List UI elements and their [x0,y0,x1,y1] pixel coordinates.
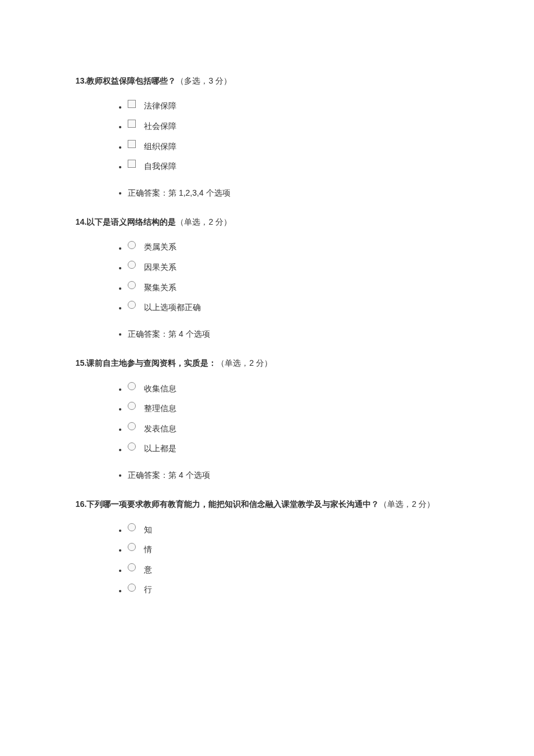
option-label: 以上选项都正确 [144,301,201,314]
option-label: 意 [144,563,152,576]
checkbox-icon[interactable] [128,100,136,108]
option-label: 因果关系 [144,261,176,273]
radio-icon[interactable] [128,563,136,571]
question-14-options: 类属关系 因果关系 聚集关系 以上选项都正确 [75,240,459,314]
option-label: 情 [144,543,152,556]
radio-icon[interactable] [128,281,136,289]
option-label: 自我保障 [144,160,176,172]
radio-icon[interactable] [128,301,136,309]
list-item: 情 [128,542,459,557]
option-label: 知 [144,523,152,536]
radio-icon[interactable] [128,402,136,410]
question-15-answer: 正确答案：第 4 个选项 [75,469,459,481]
question-text: 下列哪一项要求教师有教育能力，能把知识和信念融入课堂教学及与家长沟通中？ [86,499,379,509]
list-item: 意 [128,563,459,577]
option-label: 发表信息 [144,422,176,435]
question-15-options: 收集信息 整理信息 发表信息 以上都是 [75,381,459,456]
option-label: 社会保障 [144,120,176,132]
list-item: 聚集关系 [128,280,459,295]
list-item: 整理信息 [128,401,459,416]
question-16-title: 16.下列哪一项要求教师有教育能力，能把知识和信念融入课堂教学及与家长沟通中？（… [75,498,459,510]
radio-icon[interactable] [128,442,136,451]
list-item: 法律保障 [128,99,459,113]
question-13-answer: 正确答案：第 1,2,3,4 个选项 [75,186,459,199]
question-text: 以下是语义网络结构的是 [86,217,176,226]
list-item: 收集信息 [128,381,459,396]
list-item: 发表信息 [128,422,459,436]
radio-icon[interactable] [128,523,136,531]
question-text: 课前自主地参与查阅资料，实质是： [86,358,217,368]
answer-text: 正确答案：第 4 个选项 [128,469,459,481]
question-meta: （多选，3 分） [176,76,232,85]
option-label: 收集信息 [144,382,176,395]
option-label: 聚集关系 [144,281,176,294]
question-14-answer: 正确答案：第 4 个选项 [75,327,459,340]
question-meta: （单选，2 分） [379,499,435,509]
checkbox-icon[interactable] [128,160,136,168]
question-number: 13. [75,76,86,85]
option-label: 以上都是 [144,442,176,455]
list-item: 因果关系 [128,260,459,275]
list-item: 自我保障 [128,159,459,174]
option-label: 组织保障 [144,140,176,153]
list-item: 类属关系 [128,240,459,254]
radio-icon[interactable] [128,241,136,249]
list-item: 以上选项都正确 [128,300,459,315]
question-13-options: 法律保障 社会保障 组织保障 自我保障 [75,99,459,173]
question-text: 教师权益保障包括哪些？ [86,76,176,85]
question-meta: （单选，2 分） [176,217,232,226]
option-label: 行 [144,583,152,596]
option-label: 类属关系 [144,240,176,253]
question-meta: （单选，2 分） [217,358,272,368]
question-number: 16. [75,499,86,509]
option-label: 整理信息 [144,402,176,415]
option-label: 法律保障 [144,99,176,112]
question-16-options: 知 情 意 行 [75,523,459,597]
answer-text: 正确答案：第 4 个选项 [128,327,459,340]
radio-icon[interactable] [128,382,136,390]
list-item: 行 [128,582,459,597]
radio-icon[interactable] [128,543,136,551]
question-14-title: 14.以下是语义网络结构的是（单选，2 分） [75,215,459,228]
question-number: 15. [75,358,86,368]
question-number: 14. [75,217,86,226]
radio-icon[interactable] [128,422,136,430]
checkbox-icon[interactable] [128,140,136,148]
list-item: 组织保障 [128,139,459,154]
list-item: 知 [128,523,459,537]
list-item: 以上都是 [128,441,459,456]
answer-text: 正确答案：第 1,2,3,4 个选项 [128,186,459,199]
checkbox-icon[interactable] [128,120,136,128]
question-15-title: 15.课前自主地参与查阅资料，实质是：（单选，2 分） [75,357,459,369]
question-13-title: 13.教师权益保障包括哪些？（多选，3 分） [75,74,459,87]
radio-icon[interactable] [128,584,136,592]
list-item: 社会保障 [128,119,459,134]
radio-icon[interactable] [128,261,136,269]
